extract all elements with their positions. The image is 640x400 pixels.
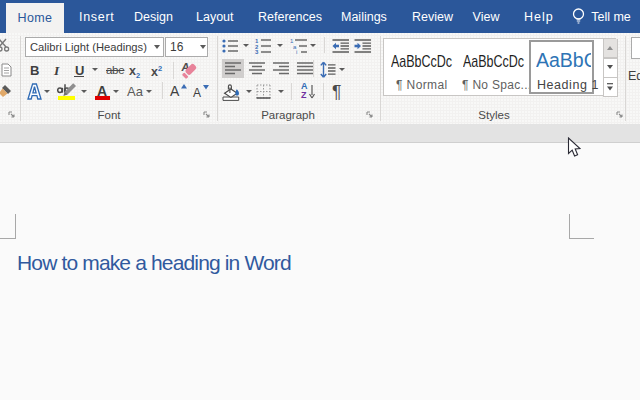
svg-text:i: i (296, 49, 297, 54)
svg-text:3: 3 (255, 49, 259, 54)
